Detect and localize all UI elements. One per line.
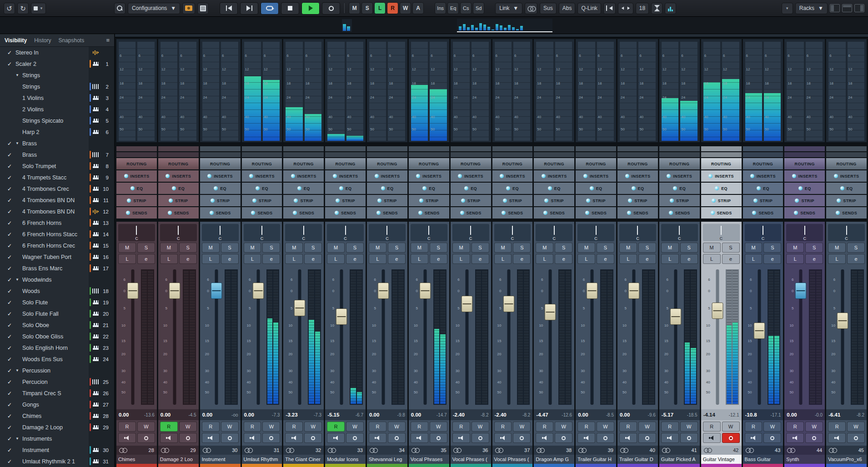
track-row[interactable]: ✓ Woods 18	[0, 285, 114, 297]
rack-power-icon[interactable]	[753, 199, 758, 203]
visibility-check-icon[interactable]: ✓	[4, 61, 15, 67]
listen-button[interactable]: L	[494, 254, 512, 264]
rack-sends-cell[interactable]: SENDS	[242, 207, 282, 219]
volume-readout[interactable]: 0.00	[161, 412, 171, 417]
visibility-check-icon[interactable]: ✓	[4, 333, 15, 340]
fader-cap[interactable]	[628, 283, 640, 299]
listen-button[interactable]: L	[828, 254, 846, 264]
volume-readout[interactable]: 0.00	[787, 412, 797, 417]
bridge-meter[interactable]: 61218244050 61218244050	[242, 39, 282, 142]
record-enable-button[interactable]	[638, 433, 656, 443]
bridge-meter[interactable]: 61218244050 61218244050	[617, 39, 658, 142]
cycle-button[interactable]	[261, 2, 279, 15]
bridge-resize-handle[interactable]	[115, 34, 868, 38]
fader-cap[interactable]	[712, 303, 723, 319]
rack-power-icon[interactable]	[339, 186, 343, 190]
record-enable-button[interactable]	[137, 433, 155, 443]
rack-power-icon[interactable]	[794, 211, 798, 215]
listen-button[interactable]: L	[369, 254, 386, 264]
rack-sends-cell[interactable]: SENDS	[701, 207, 742, 219]
track-row[interactable]: ✓ ▼ Percussion	[0, 365, 114, 376]
mute-button[interactable]: M	[160, 243, 178, 253]
visibility-check-icon[interactable]: ✓	[4, 254, 15, 260]
monitor-button[interactable]	[703, 433, 721, 443]
peak-readout[interactable]: -7.3	[314, 412, 321, 417]
pan-control[interactable]: C	[745, 224, 782, 241]
listen-button[interactable]: L	[452, 254, 470, 264]
listen-button[interactable]: L	[745, 254, 763, 264]
rack-routing-cell[interactable]: ROUTING	[116, 158, 157, 169]
meter-mode-button[interactable]	[665, 3, 676, 14]
channel-name[interactable]: Bass Guitar	[743, 455, 783, 464]
record-enable-button[interactable]	[555, 433, 572, 443]
rack-power-icon[interactable]	[124, 174, 128, 178]
channel-edit-button[interactable]: e	[179, 254, 197, 264]
rack-power-icon[interactable]	[795, 199, 799, 203]
rack-eq-cell[interactable]: EQ	[701, 183, 742, 194]
visibility-check-icon[interactable]: ✓	[4, 345, 15, 351]
mute-button[interactable]: M	[745, 243, 763, 253]
channel-name[interactable]: Instrument	[200, 455, 241, 464]
tab-visibility[interactable]: Visibility	[5, 37, 27, 44]
rack-power-icon[interactable]	[418, 211, 422, 215]
track-row[interactable]: ▼ Strings	[0, 70, 114, 81]
read-automation-button[interactable]: R	[745, 422, 763, 432]
rack-routing-cell[interactable]: ROUTING	[743, 158, 783, 169]
volume-readout[interactable]: 0.00	[411, 412, 421, 417]
channel-strip[interactable]: C M S L e 605101520304050 0.00 -4.5 R W …	[158, 222, 199, 467]
write-automation-button[interactable]: W	[555, 422, 572, 432]
mute-button[interactable]: M	[536, 243, 553, 253]
track-row[interactable]: ✓ 4 Trumpets Stacc 9	[0, 172, 114, 183]
solo-button[interactable]: S	[472, 243, 489, 253]
peak-readout[interactable]: -9.8	[397, 412, 405, 417]
rack-eq-cell[interactable]: EQ	[409, 183, 449, 194]
visibility-check-icon[interactable]: ✓	[4, 322, 15, 328]
rack-power-icon[interactable]	[752, 211, 756, 215]
peak-readout[interactable]: -oo	[231, 412, 238, 417]
fader-cap[interactable]	[211, 283, 222, 299]
write-automation-button[interactable]: W	[179, 422, 197, 432]
mute-button[interactable]: M	[494, 243, 512, 253]
rack-power-icon[interactable]	[627, 211, 631, 215]
peak-readout[interactable]: -8.5	[606, 412, 614, 417]
listen-button[interactable]: L	[619, 254, 637, 264]
rack-strip-cell[interactable]: STRIP	[492, 195, 533, 206]
pan-control[interactable]: C	[202, 224, 239, 241]
rack-eq-cell[interactable]: EQ	[325, 183, 366, 194]
rack-eq-cell[interactable]: EQ	[158, 183, 199, 194]
write-automation-button[interactable]: W	[805, 422, 823, 432]
fader-cap[interactable]	[336, 308, 347, 325]
channel-strip[interactable]: C M S L e 605101520304050 0.00 -0.0 R W …	[784, 222, 825, 467]
volume-readout[interactable]: -3.23	[286, 412, 297, 417]
peak-readout[interactable]: -0.0	[815, 412, 823, 417]
pan-control[interactable]: C	[244, 224, 281, 241]
rack-inserts-cell[interactable]: INSERTS	[367, 170, 407, 182]
monitor-button[interactable]	[745, 433, 763, 443]
rack-power-icon[interactable]	[335, 211, 339, 215]
write-automation-button[interactable]: W	[137, 422, 155, 432]
rack-power-icon[interactable]	[291, 174, 295, 178]
nudge-buttons[interactable]	[618, 3, 633, 14]
channel-name[interactable]: Chimes	[116, 455, 157, 464]
solo-button[interactable]: S	[262, 243, 280, 253]
absolute-link-button[interactable]: Abs	[559, 3, 576, 14]
solo-button[interactable]: S	[847, 243, 865, 253]
visibility-check-icon[interactable]: ✓	[4, 152, 15, 158]
peak-readout[interactable]: -6.7	[356, 412, 363, 417]
volume-fader[interactable]	[210, 267, 223, 409]
volume-readout[interactable]: 0.00	[244, 412, 254, 417]
bridge-meter[interactable]: 61218244050 61218244050	[784, 39, 825, 142]
rack-power-icon[interactable]	[757, 186, 761, 190]
listen-button[interactable]: L	[118, 254, 136, 264]
read-automation-button[interactable]: R	[327, 422, 345, 432]
rack-inserts-cell[interactable]: INSERTS	[701, 170, 742, 182]
rack-power-icon[interactable]	[127, 199, 131, 203]
volume-readout[interactable]: -5.17	[662, 412, 673, 417]
pan-control[interactable]: C	[661, 224, 698, 241]
listen-button[interactable]: L	[285, 254, 303, 264]
channel-name[interactable]: Guitar Vintage	[701, 455, 742, 464]
channel-edit-button[interactable]: e	[555, 254, 572, 264]
channel-edit-button[interactable]: e	[262, 254, 280, 264]
rack-strip-cell[interactable]: STRIP	[242, 195, 282, 206]
volume-fader[interactable]	[502, 267, 515, 409]
